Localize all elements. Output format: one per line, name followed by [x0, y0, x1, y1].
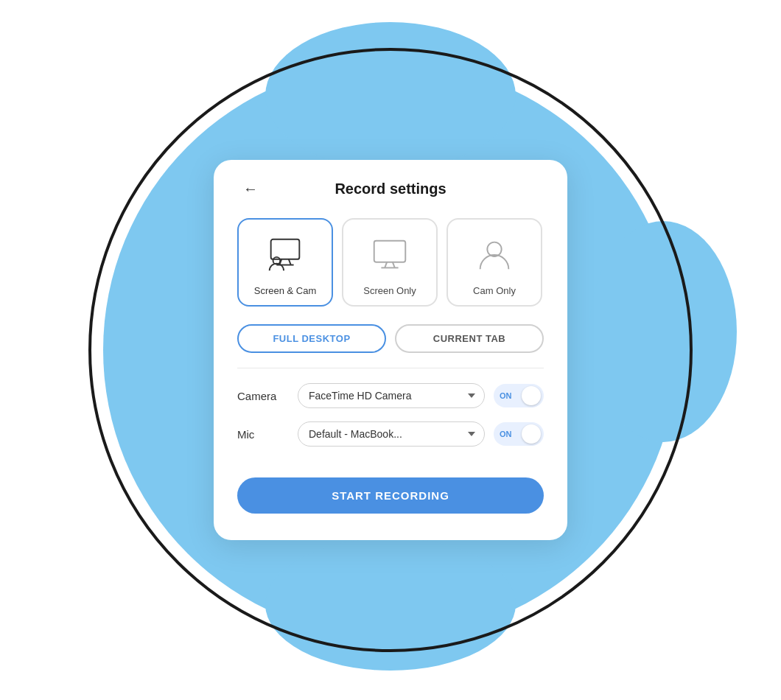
- divider: [237, 368, 544, 368]
- mode-screen-only[interactable]: Screen Only: [342, 218, 438, 307]
- mic-label: Mic: [237, 428, 289, 441]
- start-recording-button[interactable]: START RECORDING: [237, 477, 544, 514]
- camera-toggle-label: ON: [500, 391, 512, 400]
- camera-toggle-knob: [522, 386, 541, 405]
- svg-line-6: [385, 262, 387, 267]
- mic-row: Mic Default - MacBook... Built-in Microp…: [237, 421, 544, 447]
- mic-toggle-knob: [522, 424, 541, 444]
- full-desktop-button[interactable]: FULL DESKTOP: [237, 324, 386, 353]
- screen-only-icon: [368, 230, 411, 279]
- mode-cam-only-label: Cam Only: [473, 285, 516, 296]
- svg-point-9: [487, 242, 501, 256]
- mic-toggle[interactable]: ON: [494, 422, 544, 446]
- mode-screen-cam-label: Screen & Cam: [254, 285, 317, 296]
- svg-line-2: [289, 259, 291, 265]
- back-button[interactable]: ←: [237, 178, 264, 200]
- card-header: ← Record settings: [237, 181, 544, 197]
- current-tab-button[interactable]: CURRENT TAB: [395, 324, 544, 353]
- mic-select[interactable]: Default - MacBook... Built-in Microphone: [298, 421, 485, 447]
- camera-row: Camera FaceTime HD Camera Default Camera…: [237, 383, 544, 408]
- record-settings-card: ← Record settings: [214, 160, 567, 540]
- mode-cam-only[interactable]: Cam Only: [446, 218, 542, 307]
- svg-line-7: [393, 262, 395, 267]
- screen-cam-icon: [264, 230, 307, 279]
- camera-select[interactable]: FaceTime HD Camera Default Camera: [298, 383, 485, 408]
- mic-toggle-label: ON: [500, 430, 512, 438]
- camera-label: Camera: [237, 390, 289, 402]
- page-title: Record settings: [237, 181, 544, 197]
- mode-screen-cam[interactable]: Screen & Cam: [237, 218, 333, 307]
- svg-rect-5: [374, 240, 406, 262]
- mode-selector: Screen & Cam Screen Only: [237, 218, 544, 307]
- camera-toggle[interactable]: ON: [494, 384, 544, 407]
- scene: ← Record settings: [0, 0, 781, 700]
- svg-rect-0: [271, 239, 300, 259]
- cam-only-icon: [473, 230, 516, 279]
- mode-screen-only-label: Screen Only: [363, 285, 416, 296]
- scope-buttons: FULL DESKTOP CURRENT TAB: [237, 324, 544, 353]
